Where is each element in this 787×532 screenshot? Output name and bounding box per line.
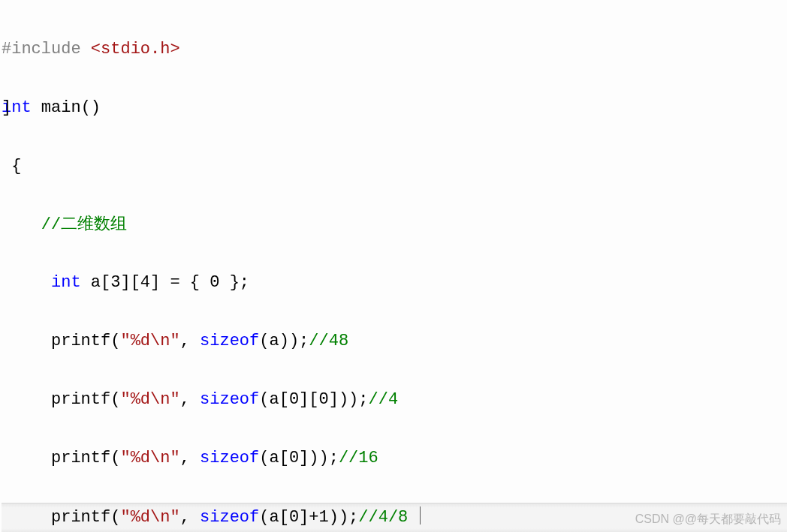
code-line-5: int a[3][4] = { 0 }; <box>2 269 787 298</box>
comma: , <box>180 449 200 467</box>
code-block: #include <stdio.h> ]int main() { //二维数组 … <box>0 0 787 532</box>
keyword-sizeof: sizeof <box>200 390 259 409</box>
identifier: main <box>41 98 81 117</box>
indent <box>2 332 51 350</box>
arg: (a[0]+1)); <box>259 508 358 527</box>
watermark: CSDN @@每天都要敲代码 <box>635 512 781 527</box>
comma: , <box>180 508 200 527</box>
arg: (a[0][0])); <box>259 390 368 409</box>
gutter-mark: ] <box>2 94 11 123</box>
text-cursor <box>420 506 421 524</box>
comma: , <box>180 390 200 409</box>
func-printf: printf <box>51 332 110 350</box>
indent <box>2 390 51 409</box>
code-line-2: ]int main() <box>2 94 787 123</box>
space <box>32 98 41 117</box>
func-printf: printf <box>51 508 110 527</box>
paren-open: ( <box>110 449 120 467</box>
indent <box>2 508 51 527</box>
arg: (a)); <box>259 332 309 350</box>
brace-open: { <box>11 157 21 176</box>
keyword-sizeof: sizeof <box>200 332 259 350</box>
arg: (a[0])); <box>259 449 339 467</box>
string-literal: "%d\n" <box>120 508 179 527</box>
comment: //二维数组 <box>41 215 127 234</box>
code-line-6: printf("%d\n", sizeof(a));//48 <box>2 327 787 356</box>
comment: //48 <box>309 332 348 350</box>
preprocessor: #include <box>2 40 91 59</box>
func-printf: printf <box>51 449 110 467</box>
parentheses: () <box>81 98 101 117</box>
indent <box>2 215 41 234</box>
code-line-8: printf("%d\n", sizeof(a[0]));//16 <box>2 444 787 473</box>
comment: //4 <box>369 390 399 409</box>
comment: //4/8 <box>358 508 418 527</box>
indent <box>2 449 51 467</box>
comma: , <box>180 332 200 350</box>
func-printf: printf <box>51 390 110 409</box>
code-line-1: #include <stdio.h> <box>2 35 787 65</box>
paren-open: ( <box>110 332 120 350</box>
code-line-3: { <box>2 152 787 182</box>
keyword-sizeof: sizeof <box>200 508 259 527</box>
include-path: <stdio.h> <box>91 40 180 59</box>
paren-open: ( <box>110 390 120 409</box>
keyword-sizeof: sizeof <box>200 449 259 467</box>
string-literal: "%d\n" <box>120 390 179 409</box>
code-line-4: //二维数组 <box>2 211 787 240</box>
comment: //16 <box>339 449 378 467</box>
string-literal: "%d\n" <box>120 449 179 467</box>
paren-open: ( <box>110 508 120 527</box>
declaration: a[3][4] = { 0 }; <box>81 273 249 292</box>
keyword-int: int <box>51 273 81 292</box>
code-line-7: printf("%d\n", sizeof(a[0][0]));//4 <box>2 386 787 415</box>
indent <box>2 273 51 292</box>
string-literal: "%d\n" <box>120 332 179 350</box>
